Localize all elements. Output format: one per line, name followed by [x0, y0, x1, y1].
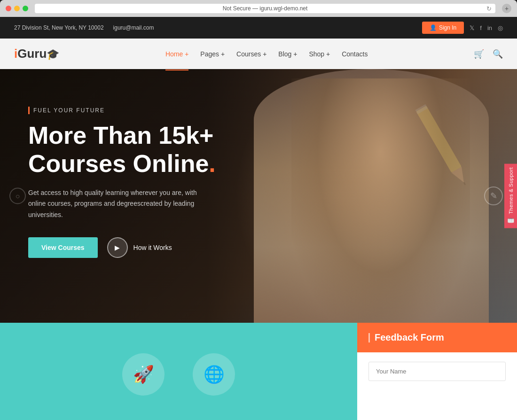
new-tab-button[interactable]: +	[502, 4, 511, 13]
view-courses-button[interactable]: View Courses	[28, 237, 98, 258]
hero-section: ✎ FUEL YOUR FUTURE More Than 15k+ Course…	[0, 69, 517, 323]
address-bar-text: Not Secure — iguru.wgl-demo.net	[223, 5, 308, 12]
facebook-icon[interactable]: f	[480, 24, 482, 31]
hero-title-line2: Courses Online	[28, 150, 209, 177]
bottom-section: 🚀 🌐 Feedback Form	[0, 323, 517, 420]
feedback-body	[357, 352, 517, 390]
sign-in-button[interactable]: 👤 Sign In	[422, 22, 464, 34]
top-bar: 27 Division St, New York, NY 10002 iguru…	[0, 17, 517, 39]
sign-in-label: Sign In	[439, 24, 456, 31]
nav-item-courses[interactable]: Courses +	[236, 48, 266, 60]
nav-item-pages[interactable]: Pages +	[200, 48, 225, 60]
feedback-title: Feedback Form	[375, 332, 444, 343]
name-input[interactable]	[368, 362, 506, 381]
nav-menu: Home + Pages + Courses + Blog + Shop + C…	[165, 48, 368, 60]
nav-item-home[interactable]: Home +	[165, 48, 188, 60]
nav-item-shop[interactable]: Shop +	[309, 48, 330, 60]
book-icon: 📖	[507, 217, 514, 225]
themes-tab-label: Themes & Support	[508, 167, 514, 214]
feedback-header-bar	[368, 333, 370, 342]
linkedin-icon[interactable]: in	[487, 24, 492, 31]
logo-brand: Guru	[17, 47, 47, 61]
maximize-dot[interactable]	[23, 6, 28, 11]
email-text: iguru@mail.com	[113, 24, 154, 31]
search-icon[interactable]: 🔍	[493, 49, 503, 59]
how-it-works-label: How it Works	[133, 244, 172, 251]
address-text: 27 Division St, New York, NY 10002	[14, 24, 104, 31]
globe-icon: 🌐	[204, 365, 225, 384]
feature-globe: 🌐	[193, 353, 235, 396]
rocket-icon: 🚀	[133, 365, 154, 384]
refresh-icon[interactable]: ↻	[486, 5, 492, 12]
instagram-icon[interactable]: ◎	[498, 24, 503, 31]
nav-item-contacts[interactable]: Contacts	[342, 48, 368, 60]
nav-icons: 🛒 🔍	[474, 49, 503, 59]
hero-title: More Than 15k+ Courses Online.	[28, 122, 489, 178]
top-bar-right: 👤 Sign In 𝕏 f in ◎	[422, 22, 503, 34]
address-bar[interactable]: Not Secure — iguru.wgl-demo.net ↻	[35, 4, 495, 13]
browser-window: Not Secure — iguru.wgl-demo.net ↻ +	[0, 0, 517, 17]
logo[interactable]: iGuru🎓	[14, 47, 59, 61]
hero-title-line1: More Than 15k+	[28, 122, 213, 149]
logo-cap-icon: 🎓	[47, 48, 59, 60]
themes-support-tab[interactable]: 📖 Themes & Support	[504, 163, 517, 228]
feedback-section: Feedback Form	[357, 323, 517, 420]
how-it-works-button[interactable]: ▶ How it Works	[107, 237, 172, 258]
twitter-icon[interactable]: 𝕏	[470, 24, 474, 31]
play-icon: ▶	[107, 237, 128, 258]
cart-icon[interactable]: 🛒	[474, 49, 484, 59]
hero-content: FUEL YOUR FUTURE More Than 15k+ Courses …	[0, 69, 517, 296]
website-content: 27 Division St, New York, NY 10002 iguru…	[0, 17, 517, 420]
teal-features-section: 🚀 🌐	[0, 323, 357, 420]
view-courses-label: View Courses	[41, 244, 85, 251]
navbar: iGuru🎓 Home + Pages + Courses + Blog + S…	[0, 39, 517, 69]
hero-subtitle: Get access to high quality learning wher…	[28, 187, 207, 221]
person-icon: 👤	[430, 24, 437, 31]
hero-eyebrow: FUEL YOUR FUTURE	[28, 107, 489, 114]
top-bar-left: 27 Division St, New York, NY 10002 iguru…	[14, 24, 154, 31]
feedback-header: Feedback Form	[357, 323, 517, 352]
nav-item-blog[interactable]: Blog +	[278, 48, 297, 60]
hero-buttons: View Courses ▶ How it Works	[28, 237, 489, 258]
browser-titlebar: Not Secure — iguru.wgl-demo.net ↻ +	[0, 0, 517, 17]
eyebrow-bar	[28, 107, 30, 114]
title-dot-accent: .	[209, 150, 215, 177]
close-dot[interactable]	[6, 6, 11, 11]
feature-rocket: 🚀	[122, 353, 164, 396]
eyebrow-text: FUEL YOUR FUTURE	[33, 107, 105, 114]
minimize-dot[interactable]	[14, 6, 20, 11]
